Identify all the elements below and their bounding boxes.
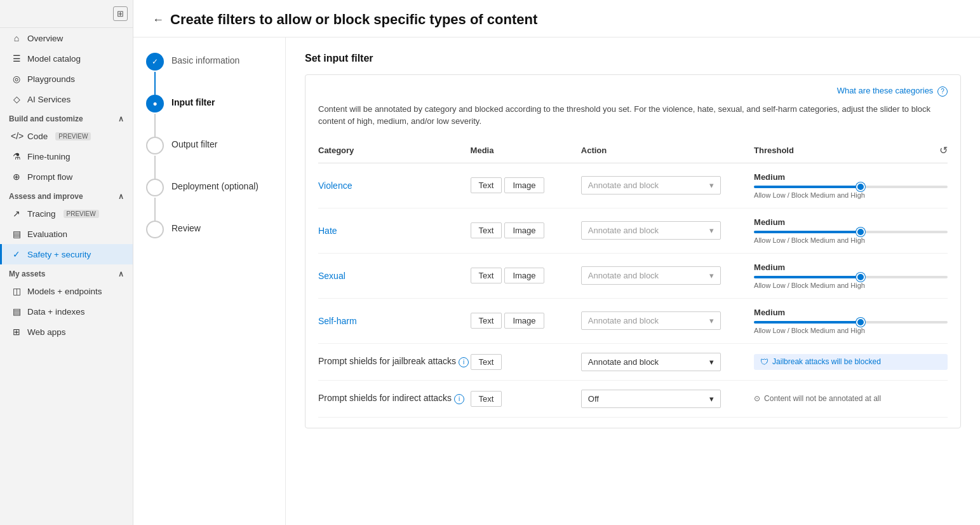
category-link[interactable]: Violence	[318, 181, 352, 191]
sidebar-item-evaluation[interactable]: ▤ Evaluation	[0, 224, 133, 244]
media-btn-image[interactable]: Image	[504, 177, 544, 193]
sidebar-item-label: Safety + security	[27, 250, 91, 259]
sidebar-item-label: Model catalog	[27, 54, 81, 64]
assess-improve-label: Assess and improve	[9, 192, 83, 201]
table-row: Self-harmTextImageAnnotate and block▾ Me…	[318, 298, 948, 343]
threshold-container: Medium Allow Low / Block Medium and High	[754, 262, 948, 289]
slider-thumb	[856, 273, 865, 282]
sidebar-item-label: Data + indexes	[27, 307, 84, 317]
page-header: ← Create filters to allow or block speci…	[133, 0, 980, 38]
table-row: HateTextImageAnnotate and block▾ Medium …	[318, 208, 948, 253]
action-dropdown[interactable]: Annotate and block▾	[581, 221, 721, 240]
media-btn-image[interactable]: Image	[504, 268, 544, 283]
slider-track[interactable]	[754, 276, 948, 278]
step-input-filter: ● Input filter	[146, 95, 272, 137]
th-media: Media	[471, 139, 581, 163]
category-link[interactable]: Sexual	[318, 271, 346, 281]
build-customize-section[interactable]: Build and customize ∧	[0, 109, 133, 126]
threshold-container: Medium Allow Low / Block Medium and High	[754, 172, 948, 199]
category-text: Prompt shields for indirect attacks	[318, 393, 452, 403]
slider-track[interactable]	[754, 231, 948, 233]
slider-track[interactable]	[754, 321, 948, 324]
data-icon: ▤	[11, 306, 22, 317]
sidebar-toggle-button[interactable]: ⊞	[113, 6, 128, 21]
off-badge: ⊙Content will not be annotated at all	[754, 394, 948, 403]
safety-icon: ✓	[11, 249, 22, 259]
sidebar-item-tracing[interactable]: ↗ Tracing PREVIEW	[0, 203, 133, 224]
main-body: ✓ Basic information ● Input filter Outpu…	[133, 38, 980, 525]
th-threshold: Threshold ↺	[754, 139, 948, 163]
sidebar-item-safety-security[interactable]: ✓ Safety + security	[0, 244, 133, 264]
media-btn-image[interactable]: Image	[504, 222, 544, 238]
chevron-down-icon: ▾	[709, 271, 714, 280]
sidebar-item-overview[interactable]: ⌂ Overview	[0, 28, 133, 48]
slider-row	[754, 276, 948, 278]
media-btn-text[interactable]: Text	[471, 391, 502, 407]
step-review: Review	[146, 221, 272, 256]
media-btn-text[interactable]: Text	[471, 268, 502, 283]
threshold-hint: Allow Low / Block Medium and High	[754, 236, 948, 244]
sidebar-item-fine-tuning[interactable]: ⚗ Fine-tuning	[0, 146, 133, 167]
code-icon: </>	[11, 131, 22, 141]
media-btn-text[interactable]: Text	[471, 354, 502, 370]
info-icon: ?	[937, 86, 948, 97]
main-content: ← Create filters to allow or block speci…	[133, 0, 980, 525]
assess-improve-section[interactable]: Assess and improve ∧	[0, 187, 133, 203]
slider-fill	[754, 321, 861, 324]
threshold-reset-button[interactable]: ↺	[939, 144, 948, 156]
table-row: SexualTextImageAnnotate and block▾ Mediu…	[318, 253, 948, 298]
chevron-down-icon: ▾	[709, 181, 714, 190]
step-circle-basic-info: ✓	[146, 53, 164, 71]
media-buttons: Text	[471, 391, 581, 407]
sidebar-item-model-catalog[interactable]: ☰ Model catalog	[0, 48, 133, 69]
back-button[interactable]: ←	[152, 13, 164, 27]
action-dropdown[interactable]: Annotate and block▾	[581, 176, 721, 194]
sidebar-item-web-apps[interactable]: ⊞ Web apps	[0, 322, 133, 342]
sidebar-item-prompt-flow[interactable]: ⊕ Prompt flow	[0, 167, 133, 187]
step-label-output-filter: Output filter	[171, 137, 217, 149]
step-label-review: Review	[171, 221, 201, 233]
sidebar-item-label: Code	[27, 132, 48, 141]
prompt-flow-icon: ⊕	[11, 172, 22, 182]
header-title-row: ← Create filters to allow or block speci…	[152, 11, 961, 28]
step-label-input-filter: Input filter	[171, 95, 215, 107]
chevron-down-icon: ▾	[709, 394, 714, 404]
models-icon: ◫	[11, 286, 22, 296]
slider-fill	[754, 231, 861, 233]
sidebar-item-label: Fine-tuning	[27, 152, 70, 161]
chevron-up-icon: ∧	[118, 114, 124, 123]
media-btn-image[interactable]: Image	[504, 313, 544, 329]
slider-track[interactable]	[754, 186, 948, 188]
jailbreak-badge: 🛡Jailbreak attacks will be blocked	[754, 354, 948, 370]
category-link[interactable]: Hate	[318, 226, 337, 236]
threshold-container: Medium Allow Low / Block Medium and High	[754, 217, 948, 244]
sidebar-item-models-endpoints[interactable]: ◫ Models + endpoints	[0, 281, 133, 301]
threshold-level: Medium	[754, 308, 948, 317]
build-customize-label: Build and customize	[9, 114, 83, 123]
section-title: Set input filter	[305, 53, 961, 64]
action-dropdown[interactable]: Annotate and block▾	[581, 311, 721, 330]
action-value: Annotate and block	[588, 181, 659, 190]
description-text: Content will be annotated by category an…	[318, 103, 948, 128]
sidebar-item-playgrounds[interactable]: ◎ Playgrounds	[0, 69, 133, 89]
chevron-down-icon: ▾	[709, 316, 714, 325]
what-categories-link[interactable]: What are these categories ?	[837, 86, 948, 95]
my-assets-section[interactable]: My assets ∧	[0, 264, 133, 281]
web-apps-icon: ⊞	[11, 327, 22, 337]
media-btn-text[interactable]: Text	[471, 313, 502, 329]
media-btn-text[interactable]: Text	[471, 222, 502, 238]
sidebar-item-ai-services[interactable]: ◇ AI Services	[0, 89, 133, 109]
sidebar-item-data-indexes[interactable]: ▤ Data + indexes	[0, 301, 133, 322]
action-dropdown[interactable]: Off▾	[581, 390, 721, 408]
chevron-up-icon: ∧	[118, 192, 124, 201]
preview-badge: PREVIEW	[55, 132, 91, 140]
category-text: Prompt shields for jailbreak attacks	[318, 356, 456, 366]
category-link[interactable]: Self-harm	[318, 316, 357, 326]
table-row: ViolenceTextImageAnnotate and block▾ Med…	[318, 163, 948, 208]
th-action: Action	[581, 139, 754, 163]
th-category: Category	[318, 139, 471, 163]
action-dropdown[interactable]: Annotate and block▾	[581, 266, 721, 285]
action-dropdown[interactable]: Annotate and block▾	[581, 353, 721, 371]
media-btn-text[interactable]: Text	[471, 177, 502, 193]
sidebar-item-code[interactable]: </> Code PREVIEW	[0, 126, 133, 146]
